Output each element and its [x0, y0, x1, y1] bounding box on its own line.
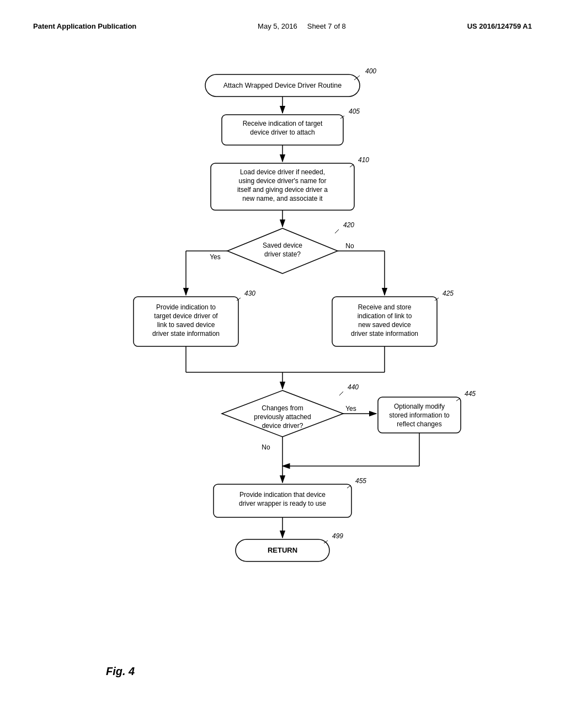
svg-text:Load device driver if needed,: Load device driver if needed, [240, 168, 325, 176]
svg-text:driver state?: driver state? [264, 250, 301, 258]
svg-text:indication of link to: indication of link to [358, 312, 412, 320]
header-date: May 5, 2016 [258, 22, 297, 30]
header-left: Patent Application Publication [33, 22, 136, 30]
label-420: 420 [343, 221, 354, 229]
svg-text:target device driver of: target device driver of [154, 312, 218, 320]
page: Patent Application Publication May 5, 20… [0, 0, 565, 728]
label-455: 455 [355, 477, 366, 485]
svg-text:previously attached: previously attached [254, 413, 311, 421]
header-center: May 5, 2016 Sheet 7 of 8 [258, 22, 346, 30]
svg-text:Provide indication that device: Provide indication that device [239, 491, 326, 499]
label-410: 410 [358, 156, 369, 164]
fig-label: Fig. 4 [106, 665, 135, 678]
svg-text:stored information to: stored information to [389, 411, 450, 419]
svg-text:driver wrapper is ready to use: driver wrapper is ready to use [239, 500, 326, 507]
svg-text:reflect changes: reflect changes [397, 420, 441, 428]
header-sheet: Sheet 7 of 8 [307, 22, 346, 30]
label-430: 430 [244, 290, 255, 297]
label-425: 425 [443, 290, 454, 297]
yes-label: Yes [210, 253, 221, 261]
header-right: US 2016/124759 A1 [467, 22, 532, 30]
svg-text:new saved device: new saved device [358, 321, 411, 329]
svg-text:new name, and associate it: new name, and associate it [242, 195, 323, 202]
svg-text:Optionally modify: Optionally modify [394, 403, 445, 410]
diagram-svg: Attach Wrapped Device Driver Routine 400… [89, 63, 476, 643]
svg-text:driver state information: driver state information [152, 330, 220, 338]
header: Patent Application Publication May 5, 20… [33, 22, 532, 30]
no-label: No [345, 242, 354, 250]
yes-440: Yes [345, 405, 356, 413]
label-400: 400 [365, 67, 376, 75]
svg-line-18 [335, 229, 339, 233]
label-499: 499 [332, 532, 343, 540]
svg-text:driver state information: driver state information [351, 330, 418, 338]
svg-text:device driver to attach: device driver to attach [250, 129, 315, 136]
svg-text:Saved device: Saved device [263, 242, 302, 249]
flowchart: Attach Wrapped Device Driver Routine 400… [89, 63, 476, 645]
svg-line-44 [339, 392, 343, 395]
label-445: 445 [465, 390, 476, 398]
svg-text:Receive and store: Receive and store [358, 303, 412, 311]
svg-text:Changes from: Changes from [262, 404, 303, 412]
label-405: 405 [349, 108, 360, 115]
return-text: RETURN [268, 546, 297, 554]
svg-text:Provide indication to: Provide indication to [156, 303, 216, 311]
svg-text:device driver?: device driver? [262, 422, 303, 430]
label-440: 440 [348, 383, 359, 391]
start-text: Attach Wrapped Device Driver Routine [223, 82, 342, 89]
n405-text: Receive indication of target [243, 120, 323, 127]
svg-text:using device driver's name for: using device driver's name for [238, 177, 326, 185]
no-440: No [262, 443, 270, 451]
svg-text:link to saved device: link to saved device [157, 321, 215, 329]
svg-text:itself and giving device drive: itself and giving device driver a [237, 186, 328, 194]
